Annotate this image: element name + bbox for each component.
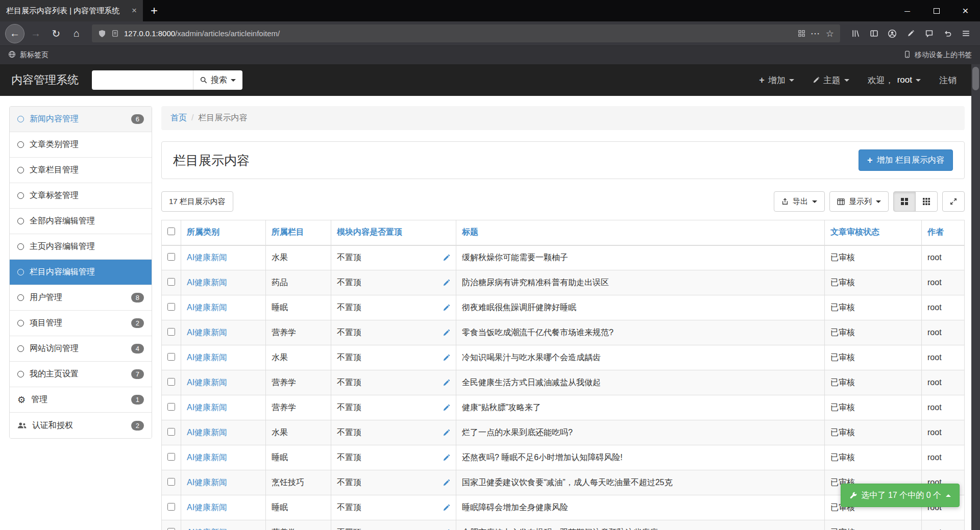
account-icon[interactable]	[883, 24, 901, 43]
edit-pencil-icon[interactable]	[443, 279, 450, 287]
undo-icon[interactable]	[938, 24, 957, 43]
sidebar-item[interactable]: 文章栏目管理	[10, 158, 152, 183]
url-bar[interactable]: 127.0.0.1:8000/xadmin/articles/articlein…	[92, 24, 840, 42]
breadcrumb-home-link[interactable]: 首页	[170, 113, 187, 122]
tab-close-icon[interactable]: ×	[132, 6, 137, 16]
fullscreen-button[interactable]	[942, 191, 965, 212]
page-info-icon[interactable]	[111, 30, 119, 37]
row-column: 睡眠	[266, 445, 331, 470]
edit-pencil-icon[interactable]	[443, 304, 450, 312]
search-input[interactable]	[92, 70, 193, 90]
navbar-theme-menu[interactable]: 主题	[813, 74, 849, 86]
bookmark-new-tab[interactable]: 新标签页	[8, 51, 48, 60]
columns-button[interactable]: 显示列	[829, 191, 889, 212]
mobile-bookmarks[interactable]: 移动设备上的书签	[904, 51, 972, 60]
sidebar-item[interactable]: 文章标签管理	[10, 183, 152, 209]
edit-pencil-icon[interactable]	[443, 504, 450, 512]
edit-pencil-icon[interactable]	[443, 429, 450, 437]
grid-scan-icon[interactable]	[798, 30, 805, 37]
window-restore-button[interactable]	[922, 0, 951, 21]
selection-toast-button[interactable]: 选中了 17 个中的 0 个	[841, 484, 960, 507]
navbar-user-menu[interactable]: 欢迎， root	[868, 74, 921, 86]
row-checkbox[interactable]	[167, 378, 175, 386]
window-minimize-button[interactable]: ─	[893, 0, 922, 21]
select-all-checkbox[interactable]	[167, 228, 175, 235]
search-button[interactable]: 搜索	[193, 70, 242, 90]
scrollbar-thumb[interactable]	[972, 67, 979, 90]
browser-tab[interactable]: 栏目展示内容列表 | 内容管理系统 ×	[0, 0, 143, 21]
header-pinned[interactable]: 模块内容是否置顶	[331, 220, 456, 245]
row-category-link[interactable]: AI健康新闻	[187, 528, 227, 530]
row-category-link[interactable]: AI健康新闻	[187, 478, 227, 487]
sidebar-section[interactable]: 认证和授权2	[10, 413, 152, 438]
row-checkbox[interactable]	[167, 503, 175, 511]
chat-icon[interactable]	[920, 24, 938, 43]
row-checkbox[interactable]	[167, 528, 175, 530]
sidebar-section[interactable]: 网站访问管理4	[10, 336, 152, 362]
row-category-link[interactable]: AI健康新闻	[187, 403, 227, 412]
sidebar-section[interactable]: 项目管理2	[10, 311, 152, 336]
row-checkbox[interactable]	[167, 303, 175, 311]
row-checkbox[interactable]	[167, 278, 175, 286]
edit-pencil-icon[interactable]	[443, 404, 450, 412]
row-category-link[interactable]: AI健康新闻	[187, 353, 227, 362]
row-checkbox[interactable]	[167, 453, 175, 461]
header-title[interactable]: 标题	[456, 220, 825, 245]
bookmark-star-icon[interactable]: ☆	[826, 28, 834, 39]
menu-icon[interactable]	[957, 24, 975, 43]
row-category-link[interactable]: AI健康新闻	[187, 253, 227, 262]
row-checkbox[interactable]	[167, 478, 175, 486]
edit-pencil-icon[interactable]	[443, 379, 450, 387]
home-button[interactable]: ⌂	[67, 24, 86, 43]
new-tab-button[interactable]: +	[143, 0, 165, 21]
edit-pencil-icon[interactable]	[443, 254, 450, 262]
row-category-link[interactable]: AI健康新闻	[187, 303, 227, 312]
row-category-link[interactable]: AI健康新闻	[187, 328, 227, 337]
app-brand[interactable]: 内容管理系统	[11, 72, 79, 88]
sidebar-section[interactable]: 用户管理8	[10, 285, 152, 311]
row-category-link[interactable]: AI健康新闻	[187, 503, 227, 512]
back-button[interactable]: ←	[5, 24, 24, 43]
add-item-button[interactable]: + 增加 栏目展示内容	[859, 149, 953, 171]
grid-small-view-button[interactable]	[915, 191, 938, 212]
sidebar-section[interactable]: 我的主页设置7	[10, 362, 152, 387]
logout-link[interactable]: 注销	[939, 74, 957, 86]
header-column[interactable]: 所属栏目	[266, 220, 331, 245]
library-icon[interactable]	[846, 24, 865, 43]
window-close-button[interactable]: ×	[951, 0, 980, 21]
page-scrollbar[interactable]	[971, 64, 980, 530]
sidebar-toggle-icon[interactable]	[865, 24, 883, 43]
edit-pencil-icon[interactable]	[443, 454, 450, 462]
navbar-add-menu[interactable]: + 增加	[759, 74, 794, 86]
sidebar-item[interactable]: 文章类别管理	[10, 132, 152, 158]
header-author[interactable]: 作者	[922, 220, 965, 245]
row-checkbox[interactable]	[167, 428, 175, 436]
row-category-link[interactable]: AI健康新闻	[187, 378, 227, 387]
sidebar-section[interactable]: 新闻内容管理6	[10, 107, 152, 132]
count-badge: 7	[131, 369, 144, 379]
extension-icon[interactable]	[901, 24, 920, 43]
row-category-link[interactable]: AI健康新闻	[187, 453, 227, 462]
page-actions-icon[interactable]: ⋯	[811, 28, 821, 39]
row-checkbox[interactable]	[167, 328, 175, 336]
sidebar-section[interactable]: ⚙管理1	[10, 387, 152, 413]
export-button[interactable]: 导出	[774, 191, 825, 212]
row-category-link[interactable]: AI健康新闻	[187, 278, 227, 287]
edit-pencil-icon[interactable]	[443, 329, 450, 337]
row-category-link[interactable]: AI健康新闻	[187, 428, 227, 437]
header-category[interactable]: 所属类别	[181, 220, 266, 245]
shield-icon[interactable]	[98, 30, 106, 38]
reload-button[interactable]: ↻	[47, 24, 65, 43]
edit-pencil-icon[interactable]	[443, 354, 450, 362]
sidebar-item[interactable]: 主页内容编辑管理	[10, 234, 152, 260]
row-checkbox[interactable]	[167, 353, 175, 361]
forward-button[interactable]: →	[27, 24, 45, 43]
row-checkbox[interactable]	[167, 403, 175, 411]
sidebar-item[interactable]: 全部内容编辑管理	[10, 209, 152, 234]
grid-large-view-button[interactable]	[893, 191, 916, 212]
sidebar-item[interactable]: 栏目内容编辑管理	[10, 260, 152, 285]
record-count-button[interactable]: 17 栏目展示内容	[161, 191, 233, 212]
row-checkbox[interactable]	[167, 253, 175, 261]
header-status[interactable]: 文章审核状态	[825, 220, 922, 245]
edit-pencil-icon[interactable]	[443, 479, 450, 487]
